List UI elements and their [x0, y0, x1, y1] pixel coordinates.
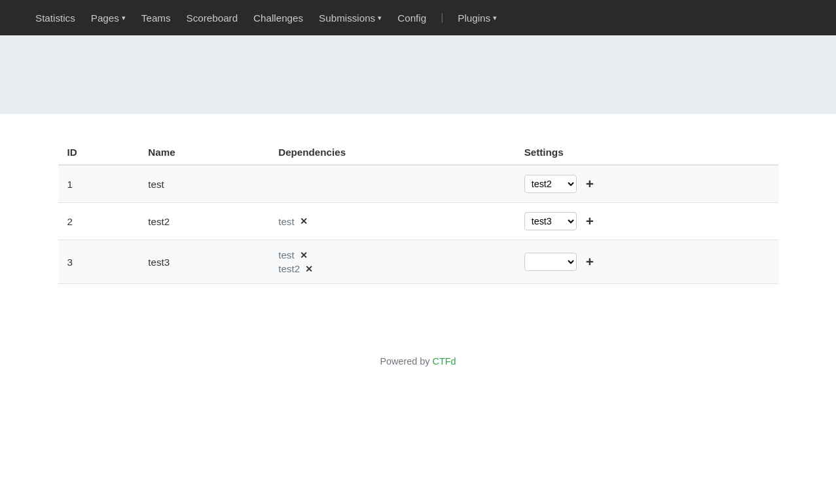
- cell-name: test: [139, 165, 269, 203]
- remove-dependency-button[interactable]: ✕: [300, 250, 308, 261]
- cell-dependencies: test✕: [269, 203, 515, 240]
- col-name: Name: [139, 140, 269, 165]
- dependency-name: test: [278, 216, 294, 227]
- nav-submissions[interactable]: Submissions ▾: [312, 9, 388, 27]
- remove-dependency-button[interactable]: ✕: [305, 264, 313, 274]
- remove-dependency-button[interactable]: ✕: [300, 216, 308, 226]
- nav-teams[interactable]: Teams: [135, 9, 177, 27]
- submissions-dropdown-arrow: ▾: [378, 14, 382, 22]
- table-body: 1testtest2test3+2test2test✕test2test3+3t…: [58, 165, 778, 284]
- add-dependency-button[interactable]: +: [582, 176, 598, 192]
- table-row: 3test3test✕test2✕test2test3+: [58, 240, 778, 284]
- dependency-select[interactable]: test2test3: [524, 212, 577, 230]
- nav-challenges[interactable]: Challenges: [247, 9, 310, 27]
- cell-settings: test2test3+: [515, 165, 778, 203]
- add-dependency-button[interactable]: +: [582, 254, 598, 270]
- add-dependency-button[interactable]: +: [582, 213, 598, 230]
- footer-text: Powered by CTFd: [380, 356, 456, 367]
- table-row: 2test2test✕test2test3+: [58, 203, 778, 240]
- cell-name: test2: [139, 203, 269, 240]
- nav-config[interactable]: Config: [391, 9, 433, 27]
- dependency-item: test2✕: [278, 263, 506, 274]
- cell-dependencies: [269, 165, 515, 203]
- nav-links: Statistics Pages ▾ Teams Scoreboard Chal…: [29, 9, 503, 27]
- cell-name: test3: [139, 240, 269, 284]
- nav-statistics[interactable]: Statistics: [29, 9, 82, 27]
- cell-dependencies: test✕test2✕: [269, 240, 515, 284]
- dependency-item: test✕: [278, 216, 506, 227]
- cell-id: 3: [58, 240, 139, 284]
- nav-pages[interactable]: Pages ▾: [84, 9, 132, 27]
- dependency-select[interactable]: test2test3: [524, 175, 577, 193]
- footer-brand-link[interactable]: CTFd: [433, 356, 456, 367]
- plugins-dropdown-arrow: ▾: [493, 14, 497, 22]
- dependencies-table: ID Name Dependencies Settings 1testtest2…: [58, 140, 778, 284]
- table-row: 1testtest2test3+: [58, 165, 778, 203]
- nav-plugins[interactable]: Plugins ▾: [451, 9, 503, 27]
- cell-id: 2: [58, 203, 139, 240]
- navbar: Statistics Pages ▾ Teams Scoreboard Chal…: [0, 0, 836, 35]
- cell-settings: test2test3+: [515, 203, 778, 240]
- footer: Powered by CTFd: [0, 336, 836, 386]
- col-id: ID: [58, 140, 139, 165]
- pages-dropdown-arrow: ▾: [122, 14, 126, 22]
- nav-scoreboard[interactable]: Scoreboard: [180, 9, 245, 27]
- settings-controls: test2test3+: [524, 175, 769, 193]
- dependency-item: test✕: [278, 249, 506, 261]
- table-header: ID Name Dependencies Settings: [58, 140, 778, 165]
- col-settings: Settings: [515, 140, 778, 165]
- nav-divider: |: [435, 12, 448, 23]
- dependency-name: test: [278, 249, 294, 261]
- cell-id: 1: [58, 165, 139, 203]
- dependency-select[interactable]: test2test3: [524, 253, 577, 271]
- cell-settings: test2test3+: [515, 240, 778, 284]
- dependency-name: test2: [278, 263, 300, 274]
- hero-section: [0, 35, 836, 114]
- settings-controls: test2test3+: [524, 212, 769, 230]
- col-dependencies: Dependencies: [269, 140, 515, 165]
- settings-controls: test2test3+: [524, 253, 769, 271]
- main-content: ID Name Dependencies Settings 1testtest2…: [45, 140, 791, 284]
